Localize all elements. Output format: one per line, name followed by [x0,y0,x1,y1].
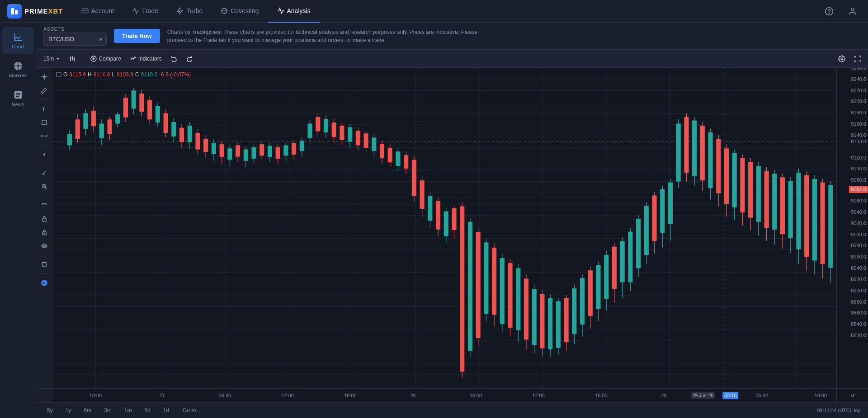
timeframe-1d[interactable]: 1d [160,406,173,415]
svg-rect-246 [676,124,681,182]
price-9240: 9240.0 [851,76,866,82]
text-tool[interactable]: T [38,103,51,115]
zoom-in-tool[interactable] [38,180,51,193]
timeframe-5d[interactable]: 5d [141,406,154,415]
svg-rect-256 [716,139,721,193]
content-area: Assets BTC/USD ETH/USD LTC/USD XRP/USD ▼… [36,23,868,418]
crosshair-tool[interactable] [38,70,51,83]
svg-rect-198 [484,243,488,314]
svg-rect-272 [780,177,785,234]
navbar: PRIMEXBT Account Trade Turbo Covesting A… [0,0,868,23]
svg-rect-274 [788,181,793,238]
svg-rect-240 [652,195,656,241]
svg-rect-210 [532,289,537,345]
svg-rect-188 [444,211,448,236]
svg-rect-124 [188,126,192,142]
svg-rect-128 [203,139,208,152]
nav-trade[interactable]: Trade [123,0,167,23]
svg-point-46 [43,245,45,247]
pen-tool[interactable] [38,84,51,97]
time-1800-1: 18:00 [90,393,102,398]
indicators-button[interactable]: Indicators [127,54,165,64]
svg-rect-222 [580,278,585,324]
bottom-time: 09:11:34 (UTC) log [817,408,861,413]
nav-account[interactable]: Account [72,0,123,23]
visible-tool[interactable] [38,240,51,252]
back-button[interactable] [38,148,51,161]
price-axis: 9260.0 9240.0 9220.0 9200.0 9180.0 9160.… [836,68,868,388]
svg-rect-96 [75,119,80,139]
price-8820: 8820.0 [851,333,866,338]
trade-now-button[interactable]: Trade Now [114,29,160,43]
shapes-tool[interactable] [38,116,51,129]
assets-select-wrapper: Assets BTC/USD ETH/USD LTC/USD XRP/USD ▼ [43,26,107,46]
timeframe-1m[interactable]: 1m [121,406,136,415]
svg-rect-164 [348,127,352,142]
svg-rect-144 [268,146,272,157]
timeframe-6m[interactable]: 6m [80,406,95,415]
main-layout: Chart Markets News Assets BTC/USD ETH/US… [0,23,868,418]
sidebar-item-news[interactable]: News [2,85,34,112]
svg-marker-4 [177,8,183,14]
svg-rect-280 [812,179,817,261]
svg-rect-132 [220,144,224,157]
settings-button[interactable] [835,53,849,64]
reset-zoom-button[interactable]: ↺ [851,393,854,398]
nav-turbo[interactable]: Turbo [167,0,212,23]
timeframe-3m[interactable]: 3m [100,406,115,415]
profile-button[interactable] [844,3,861,19]
price-9180: 9180.0 [851,110,866,115]
measure-tool[interactable] [38,130,51,142]
drawing-tools: T [36,68,52,388]
bar-type-button[interactable] [66,54,79,64]
candlestick-chart [52,68,836,388]
goto-button[interactable]: Go to... [178,406,205,415]
svg-rect-2 [82,9,88,13]
svg-rect-276 [796,173,801,249]
svg-rect-244 [668,183,673,224]
svg-rect-258 [724,148,729,204]
chart-wrapper: T [36,68,868,388]
svg-point-45 [44,233,45,234]
lock2-tool[interactable] [38,226,51,239]
lock-tool[interactable] [38,212,51,225]
svg-rect-126 [195,133,200,150]
time-axis-area: 18:00 27 06:00 12:00 18:00 28 06:00 12:0… [36,388,868,402]
svg-rect-202 [500,258,505,324]
timeframe-1y[interactable]: 1y [62,406,75,415]
svg-rect-112 [139,94,144,112]
timeframe-button[interactable]: 15m [40,54,64,64]
nav-covesting[interactable]: Covesting [212,0,268,23]
chart-toolbar: 15m Compare Indicators [36,50,868,68]
svg-point-26 [841,58,843,60]
time-0315: 03:15 [722,392,739,399]
ruler-tool[interactable] [38,167,51,179]
sidebar-item-markets[interactable]: Markets [2,56,34,83]
compare-button[interactable]: Compare [87,54,124,64]
price-9040: 9040.0 [851,209,866,215]
fullscreen-button[interactable] [851,54,864,64]
undo-button[interactable] [167,54,181,64]
svg-rect-108 [123,98,128,117]
redo-button[interactable] [183,54,196,64]
svg-line-38 [45,188,47,189]
nav-analysis[interactable]: Analysis [268,0,320,23]
price-8960: 8960.0 [851,254,866,259]
magnet-tool[interactable] [38,199,51,211]
delete-tool[interactable] [38,258,51,271]
sidebar-item-chart[interactable]: Chart [2,27,34,54]
time-1200-2: 12:00 [532,393,545,398]
assets-select[interactable]: BTC/USD ETH/USD LTC/USD XRP/USD [43,33,107,46]
svg-rect-140 [251,147,256,159]
svg-rect-170 [372,137,376,151]
svg-rect-200 [492,248,496,315]
svg-rect-250 [692,121,697,177]
tradingview-logo [38,277,51,289]
svg-rect-148 [283,146,288,156]
svg-rect-232 [620,241,625,282]
price-9100: 9100.0 [851,166,866,171]
chart-canvas[interactable]: O 9115.9 H 9116.8 L 9103.9 C 9110.0 -6.8… [52,68,836,388]
help-button[interactable] [821,3,837,19]
svg-rect-236 [636,219,641,268]
timeframe-5y[interactable]: 5y [43,406,57,415]
